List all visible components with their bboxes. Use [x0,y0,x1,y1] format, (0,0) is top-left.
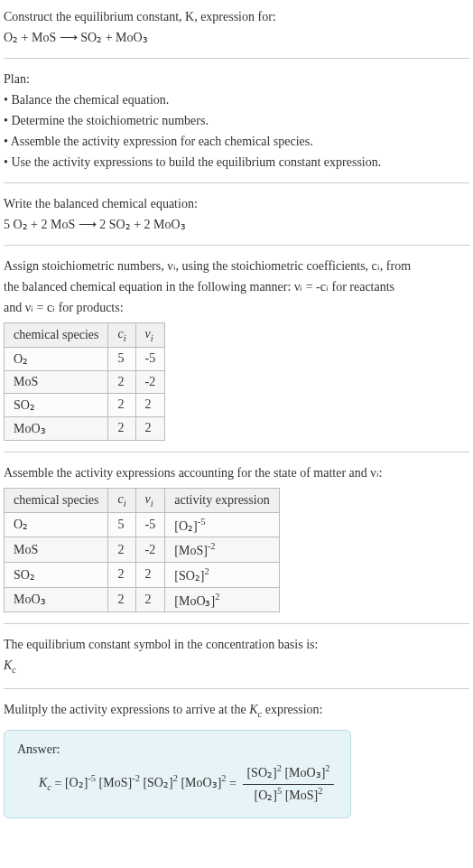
activity-base: [MoS] [174,544,208,557]
table-row: SO₂ 2 2 [SO₂]2 [5,562,280,587]
activity-exp: -5 [198,517,206,527]
cell-ci: 2 [108,562,135,587]
col-activity: activity expression [165,488,279,512]
cell-species: MoO₃ [5,587,108,612]
cell-nui: -5 [135,347,165,370]
table-row: SO₂ 2 2 [5,393,165,416]
cell-ci: 2 [108,587,135,612]
plan-title: Plan: [4,70,469,89]
prompt-line1: Construct the equilibrium constant, K, e… [4,7,469,26]
cell-species: SO₂ [5,393,108,416]
eqconst-section: The equilibrium constant symbol in the c… [4,635,469,677]
term: [O₂]-5 [65,776,96,789]
stoich-intro-1: Assign stoichiometric numbers, νᵢ, using… [4,257,469,275]
balanced-equation: 5 O₂ + 2 MoS ⟶ 2 SO₂ + 2 MoO₃ [4,215,469,234]
table-row: MoS 2 -2 [MoS]-2 [5,537,280,563]
stoich-intro-2: the balanced chemical equation in the fo… [4,277,469,296]
eqconst-intro: The equilibrium constant symbol in the c… [4,635,469,654]
term: [MoS]2 [285,789,323,802]
fraction-numerator: [SO₂]2 [MoO₃]2 [243,762,333,785]
activity-intro: Assemble the activity expressions accoun… [4,463,469,482]
table-header-row: chemical species ci νi activity expressi… [5,488,280,512]
plan-bullet-1: • Balance the chemical equation. [4,90,469,109]
kc-symbol: Kc [39,776,51,789]
cell-species: MoS [5,370,108,393]
plan-bullet-4: • Use the activity expressions to build … [4,153,469,172]
table-row: O₂ 5 -5 [5,347,165,370]
cell-activity: [O₂]-5 [165,512,279,537]
prompt-text: Construct the equilibrium constant, K, e… [4,10,276,23]
table-header-row: chemical species ci νi [5,323,165,348]
cell-ci: 2 [108,416,135,440]
col-species: chemical species [5,488,108,512]
divider [4,245,469,246]
plan-bullet-3: • Assemble the activity expression for e… [4,132,469,151]
divider [4,623,469,624]
activity-base: [MoO₃] [174,593,215,607]
cell-species: SO₂ [5,562,108,587]
cell-nui: 2 [135,416,165,440]
divider [4,452,469,453]
term: [MoO₃]2 [181,776,226,789]
plan-bullet-2: • Determine the stoichiometric numbers. [4,111,469,130]
col-species: chemical species [5,323,108,348]
cell-nui: -2 [135,370,165,393]
multiply-intro: Mulitply the activity expressions to arr… [4,700,469,722]
activity-exp: 2 [205,566,209,576]
activity-exp: 2 [215,592,219,602]
table-row: MoS 2 -2 [5,370,165,393]
cell-ci: 5 [108,347,135,370]
fraction-denominator: [O₂]5 [MoS]2 [243,785,333,807]
fraction: [SO₂]2 [MoO₃]2 [O₂]5 [MoS]2 [243,762,333,807]
multiply-section: Mulitply the activity expressions to arr… [4,700,469,818]
stoich-intro-3: and νᵢ = cᵢ for products: [4,298,469,317]
activity-base: [SO₂] [174,569,204,583]
col-nui: νi [135,323,165,348]
cell-species: O₂ [5,347,108,370]
col-ci: ci [108,488,135,512]
term: [MoO₃]2 [284,766,329,779]
col-ci: ci [108,323,135,348]
cell-activity: [MoS]-2 [165,537,279,563]
cell-nui: 2 [135,562,165,587]
answer-box: Answer: Kc = [O₂]-5 [MoS]-2 [SO₂]2 [MoO₃… [4,730,351,817]
cell-ci: 5 [108,512,135,537]
table-row: O₂ 5 -5 [O₂]-5 [5,512,280,537]
balanced-section: Write the balanced chemical equation: 5 … [4,194,469,234]
eqconst-symbol: Kc [4,656,469,677]
cell-species: MoS [5,537,108,563]
kc-expression: Kc = [O₂]-5 [MoS]-2 [SO₂]2 [MoO₃]2 = [SO… [17,762,338,807]
cell-species: MoO₃ [5,416,108,440]
activity-section: Assemble the activity expressions accoun… [4,463,469,612]
prompt-section: Construct the equilibrium constant, K, e… [4,7,469,47]
cell-activity: [SO₂]2 [165,562,279,587]
term: [SO₂]2 [246,766,281,779]
unbalanced-equation: O₂ + MoS ⟶ SO₂ + MoO₃ [4,28,469,47]
col-nui: νi [135,488,165,512]
term: [MoS]-2 [99,776,140,789]
term: [SO₂]2 [143,776,177,789]
cell-species: O₂ [5,512,108,537]
table-row: MoO₃ 2 2 [MoO₃]2 [5,587,280,612]
answer-label: Answer: [17,740,338,760]
divider [4,688,469,689]
cell-activity: [MoO₃]2 [165,587,279,612]
divider [4,58,469,59]
cell-nui: 2 [135,393,165,416]
cell-ci: 2 [108,537,135,563]
stoich-section: Assign stoichiometric numbers, νᵢ, using… [4,257,469,441]
balanced-title: Write the balanced chemical equation: [4,194,469,213]
term: [O₂]5 [255,789,283,802]
cell-nui: -2 [135,537,165,563]
activity-table: chemical species ci νi activity expressi… [4,488,280,612]
cell-ci: 2 [108,370,135,393]
cell-nui: 2 [135,587,165,612]
plan-section: Plan: • Balance the chemical equation. •… [4,70,469,172]
table-row: MoO₃ 2 2 [5,416,165,440]
divider [4,182,469,183]
activity-exp: -2 [208,541,216,551]
stoich-table: chemical species ci νi O₂ 5 -5 MoS 2 -2 … [4,322,165,441]
cell-ci: 2 [108,393,135,416]
cell-nui: -5 [135,512,165,537]
activity-base: [O₂] [174,518,197,532]
